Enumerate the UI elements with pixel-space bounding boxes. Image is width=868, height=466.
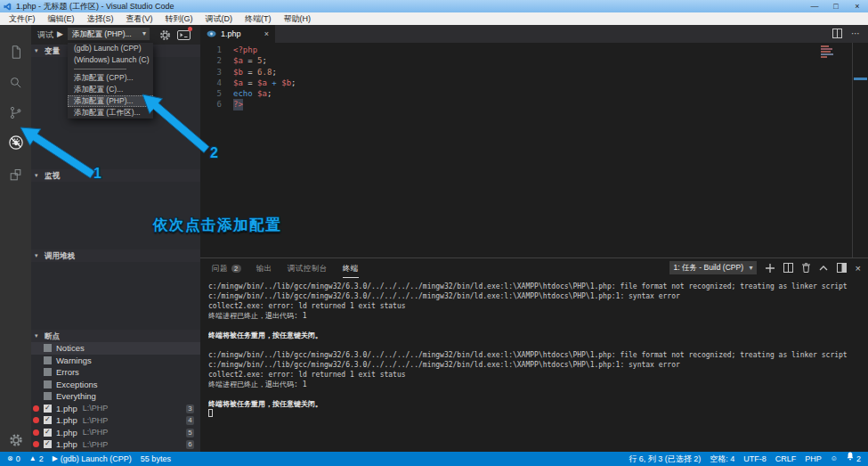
status-item-error[interactable]: ⊗0 (7, 452, 20, 466)
status-item[interactable]: 空格: 4 (710, 454, 734, 465)
checkbox-icon[interactable] (44, 416, 52, 424)
status-item[interactable]: PHP (805, 454, 822, 463)
php-file-icon (207, 30, 216, 37)
play-icon: ▶ (53, 452, 58, 466)
checkbox-icon[interactable] (44, 405, 52, 413)
checkbox-icon[interactable] (44, 440, 52, 448)
menu-item-help[interactable]: 帮助(H) (278, 12, 318, 25)
config-menu-item-3[interactable]: 添加配置 (CPP)... (68, 72, 153, 84)
code-line: 1<?php (200, 45, 850, 55)
terminal-line: collect2.exe: error: ld returned 1 exit … (208, 370, 864, 380)
panel-tab-terminal[interactable]: 终端 (343, 258, 359, 278)
status-item-play[interactable]: ▶(gdb) Launch (CPP) (53, 452, 132, 466)
menu-item-terminal[interactable]: 终端(T) (239, 12, 278, 25)
code-token: = (243, 67, 257, 78)
checkbox-icon[interactable] (44, 344, 52, 352)
new-terminal-icon[interactable] (766, 264, 775, 273)
status-item-warning[interactable]: ▲2 (29, 452, 44, 466)
line-number: 1 (200, 45, 222, 55)
status-item-bell[interactable]: 2 (847, 452, 861, 466)
breakpoint-dot-icon (33, 429, 39, 436)
menu-item-go[interactable]: 转到(G) (159, 12, 199, 25)
status-item[interactable]: 55 bytes (141, 454, 171, 463)
terminal-notice: 终端将被任务重用，按任意键关闭。 (208, 399, 864, 409)
breakpoint-file-row[interactable]: 1.phpL:\PHP3 (31, 403, 200, 415)
menu-item-view[interactable]: 查看(V) (120, 12, 159, 25)
debug-configuration-dropdown[interactable]: 添加配置 (PHP)... (68, 28, 150, 40)
panel-tab-problems[interactable]: 问题2 (212, 258, 241, 278)
code-token: echo (233, 88, 257, 99)
config-menu-item-6[interactable]: 添加配置 (工作区)... (68, 107, 153, 119)
breakpoint-file-row[interactable]: 1.phpL:\PHP4 (31, 414, 200, 427)
panel-tab-label: 输出 (256, 258, 272, 278)
split-terminal-icon[interactable] (783, 263, 793, 273)
checkbox-icon[interactable] (44, 368, 52, 376)
breakpoint-option-row[interactable]: Warnings (31, 355, 200, 367)
extensions-icon[interactable] (0, 162, 31, 187)
breakpoint-file-row[interactable]: 1.phpL:\PHP5 (31, 427, 200, 439)
checkbox-icon[interactable] (44, 392, 52, 400)
status-item[interactable]: 行 6, 列 3 (已选择 2) (629, 454, 701, 465)
settings-gear-icon[interactable] (0, 428, 31, 453)
breakpoint-option-row[interactable]: Errors (31, 366, 200, 379)
overview-ruler[interactable] (852, 43, 853, 258)
gear-icon[interactable] (159, 29, 171, 45)
status-item[interactable]: CRLF (775, 454, 797, 463)
split-editor-icon[interactable] (832, 29, 842, 38)
status-item-feedback-smiley[interactable]: ☺ (831, 452, 838, 466)
section-watch[interactable]: 监视 (31, 169, 200, 182)
terminal-line: c:/mingw/bin/../lib/gcc/mingw32/6.3.0/..… (208, 350, 864, 360)
menu-item-edit[interactable]: 编辑(E) (42, 12, 81, 25)
breakpoint-dot-icon (33, 405, 39, 412)
terminal-line: c:/mingw/bin/../lib/gcc/mingw32/6.3.0/..… (208, 360, 864, 370)
config-menu-item-5[interactable]: 添加配置 (PHP)... (68, 95, 153, 107)
breakpoint-option-row[interactable]: Notices (31, 342, 200, 355)
code-token: ; (263, 55, 267, 66)
status-item[interactable]: UTF-8 (743, 454, 767, 463)
panel-tab-output[interactable]: 输出 (256, 258, 272, 278)
close-button[interactable]: × (847, 0, 868, 12)
terminal-line: 终端进程已终止，退出代码: 1 (208, 311, 864, 321)
breakpoint-option-label: Warnings (56, 356, 92, 365)
terminal-output[interactable]: c:/mingw/bin/../lib/gcc/mingw32/6.3.0/..… (208, 282, 864, 452)
checkbox-icon[interactable] (44, 429, 52, 437)
breakpoint-file-row[interactable]: 1.phpL:\PHP6 (31, 438, 200, 451)
bell-icon (847, 452, 854, 466)
panel-position-icon[interactable] (837, 263, 847, 273)
checkbox-icon[interactable] (44, 356, 52, 364)
close-panel-icon[interactable]: × (856, 263, 861, 274)
breakpoint-option-row[interactable]: Everything (31, 390, 200, 403)
status-bar: ⊗0▲2▶(gdb) Launch (CPP)55 bytes 行 6, 列 3… (0, 452, 868, 466)
step-label-2: 2 (210, 145, 218, 161)
menu-item-debug[interactable]: 调试(D) (199, 12, 239, 25)
explorer-icon[interactable] (0, 39, 31, 64)
start-debug-icon[interactable]: ▶ (57, 29, 63, 38)
checkbox-icon[interactable] (44, 380, 52, 388)
config-menu-item-4[interactable]: 添加配置 (C)... (68, 84, 153, 95)
panel-tab-debug-console[interactable]: 调试控制台 (288, 258, 328, 278)
config-menu-item-1[interactable]: (Windows) Launch (C) (68, 54, 153, 66)
section-breakpoints[interactable]: 断点 (31, 330, 200, 342)
section-call-stack[interactable]: 调用堆栈 (31, 249, 200, 262)
restore-button[interactable]: □ (825, 0, 847, 12)
close-tab-icon[interactable]: × (264, 29, 269, 38)
menu-item-file[interactable]: 文件(F) (3, 12, 42, 25)
source-control-icon[interactable] (0, 100, 31, 125)
menu-item-selection[interactable]: 选择(S) (81, 12, 120, 25)
maximize-panel-icon[interactable] (819, 266, 828, 271)
breakpoint-option-label: Everything (56, 391, 96, 401)
more-actions-icon[interactable]: ⋯ (851, 29, 861, 38)
debug-console-badge (188, 27, 192, 31)
debug-console-icon[interactable] (177, 29, 191, 39)
tab-1php[interactable]: 1.php × (200, 25, 275, 43)
kill-terminal-icon[interactable] (802, 263, 810, 273)
breakpoint-option-row[interactable]: Exceptions (31, 379, 200, 391)
search-icon[interactable] (0, 69, 31, 94)
config-menu-item-0[interactable]: (gdb) Launch (CPP) (68, 43, 153, 54)
code-token: <?php (233, 45, 257, 55)
breakpoints-content: NoticesWarningsErrorsExceptionsEverythin… (31, 342, 200, 452)
debug-icon[interactable] (0, 130, 31, 155)
minimize-button[interactable]: — (804, 0, 825, 12)
terminal-task-dropdown[interactable]: 1: 任务 - Build (CPP) (669, 261, 757, 274)
code-editor[interactable]: 1<?php2$a = 5;3$b = 6.8;4$a = $a + $b;5e… (200, 43, 850, 110)
